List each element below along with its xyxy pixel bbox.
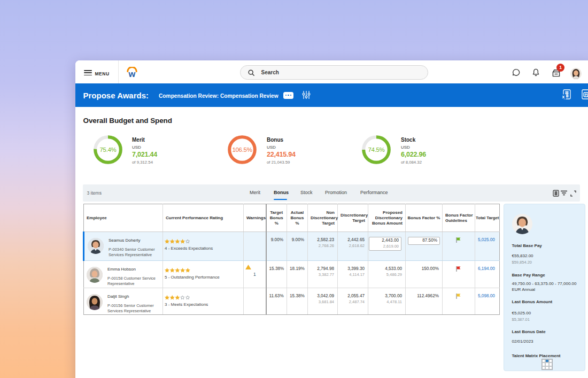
svg-text:74.5%: 74.5% (368, 146, 384, 153)
svg-text:PDF: PDF (585, 93, 588, 97)
svg-text:x: x (562, 94, 565, 99)
svg-text:75.4%: 75.4% (99, 146, 116, 153)
svg-text:w: w (128, 69, 135, 79)
svg-text:106.5%: 106.5% (232, 146, 252, 153)
